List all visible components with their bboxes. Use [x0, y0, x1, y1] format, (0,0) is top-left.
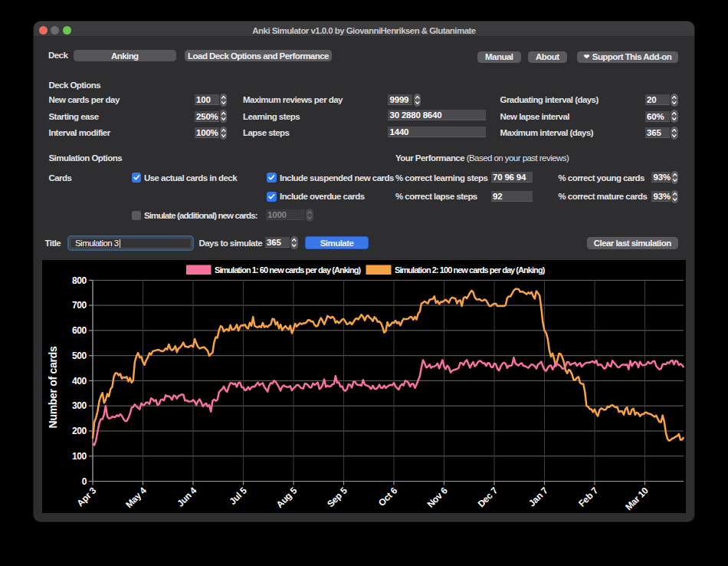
svg-text:Apr 3: Apr 3	[75, 485, 99, 508]
svg-text:Oct 6: Oct 6	[376, 485, 400, 508]
svg-text:Jun 4: Jun 4	[175, 485, 198, 508]
svg-text:Number of cards: Number of cards	[47, 346, 59, 428]
svg-text:Aug 5: Aug 5	[274, 485, 300, 510]
svg-text:Simulation 1: 60 new cards per: Simulation 1: 60 new cards per day (Anki…	[215, 265, 361, 275]
svg-text:Mar 10: Mar 10	[623, 485, 651, 512]
svg-text:Nov 6: Nov 6	[425, 485, 450, 509]
svg-text:100: 100	[72, 451, 87, 462]
svg-text:300: 300	[72, 400, 87, 411]
svg-text:May 4: May 4	[123, 485, 149, 510]
svg-text:Simulation 2: 100 new cards pe: Simulation 2: 100 new cards per day (Ank…	[395, 265, 546, 275]
svg-text:200: 200	[72, 426, 87, 436]
svg-text:400: 400	[72, 376, 87, 387]
svg-text:700: 700	[72, 300, 87, 311]
svg-text:0: 0	[82, 476, 87, 487]
svg-text:800: 800	[72, 275, 87, 286]
svg-text:Jul 5: Jul 5	[227, 485, 249, 507]
svg-text:Dec 7: Dec 7	[476, 485, 500, 509]
svg-text:Sep 5: Sep 5	[325, 485, 349, 509]
svg-text:Jan 7: Jan 7	[526, 485, 550, 508]
svg-text:500: 500	[72, 350, 87, 361]
svg-text:600: 600	[72, 325, 87, 336]
svg-text:Feb 7: Feb 7	[576, 485, 600, 508]
